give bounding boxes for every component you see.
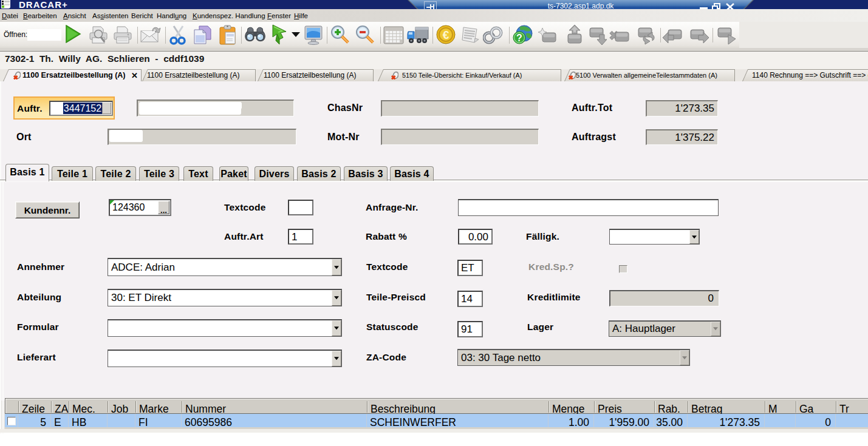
svg-text:?: ?: [516, 33, 522, 43]
svg-text:€: €: [443, 29, 449, 41]
